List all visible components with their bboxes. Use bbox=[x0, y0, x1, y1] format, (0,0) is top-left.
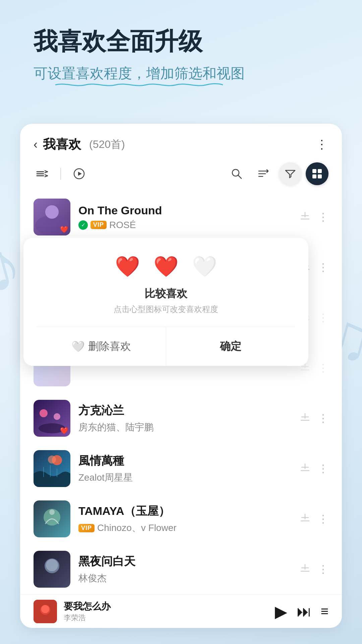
next-button[interactable]: ⏭ bbox=[297, 603, 311, 620]
player-title: 要我怎么办 bbox=[64, 600, 268, 613]
delete-like-button[interactable]: 🤍 删除喜欢 bbox=[37, 327, 166, 366]
song-title: 風情萬種 bbox=[78, 453, 291, 469]
grid-view-button[interactable] bbox=[306, 162, 328, 185]
song-item[interactable]: 黑夜问白天 林俊杰 ⋮ bbox=[20, 544, 342, 594]
wave-underline bbox=[34, 82, 245, 88]
svg-rect-13 bbox=[318, 174, 322, 178]
add-to-next-button[interactable] bbox=[299, 210, 311, 224]
player-controls: ▶ ⏭ ≡ bbox=[275, 602, 328, 621]
song-actions: ⋮ bbox=[299, 461, 328, 476]
header-section: 我喜欢全面升级 可设置喜欢程度，增加筛选和视图 bbox=[0, 0, 362, 97]
heart-badge: ❤️ bbox=[60, 427, 68, 435]
toolbar-divider bbox=[60, 168, 61, 180]
svg-point-28 bbox=[48, 455, 56, 464]
toolbar-left bbox=[34, 165, 225, 182]
more-options-song-button[interactable]: ⋮ bbox=[318, 261, 328, 274]
song-title: On The Ground bbox=[78, 204, 291, 217]
song-cover bbox=[34, 500, 70, 537]
more-options-song-button[interactable]: ⋮ bbox=[318, 211, 328, 223]
song-cover bbox=[34, 450, 70, 487]
player-info: 要我怎么办 李荣浩 bbox=[64, 600, 268, 623]
heart-level-2[interactable]: ❤️ bbox=[154, 255, 179, 278]
more-options-song-button: ⋮ bbox=[318, 362, 328, 374]
more-options-song-button[interactable]: ⋮ bbox=[318, 462, 328, 475]
song-title: 黑夜问白天 bbox=[78, 554, 291, 569]
svg-point-24 bbox=[54, 413, 60, 420]
song-actions: ⋮ bbox=[299, 210, 328, 224]
verified-icon: ✓ bbox=[78, 220, 88, 230]
svg-point-37 bbox=[46, 559, 58, 571]
search-button[interactable] bbox=[225, 162, 248, 185]
toolbar bbox=[20, 160, 342, 192]
song-item[interactable]: TAMAYA（玉屋） VIP Chinozo、v Flower ⋮ bbox=[20, 494, 342, 544]
song-item[interactable]: 風情萬種 Zealot周星星 ⋮ bbox=[20, 443, 342, 494]
back-button[interactable]: ‹ bbox=[34, 138, 38, 152]
vip-badge: VIP bbox=[90, 221, 107, 229]
playlist-button[interactable]: ≡ bbox=[321, 604, 328, 619]
svg-point-40 bbox=[41, 605, 49, 613]
song-artist: Zealot周星星 bbox=[78, 471, 291, 484]
svg-rect-12 bbox=[312, 174, 316, 178]
song-actions: ⋮ bbox=[299, 562, 328, 577]
play-button[interactable]: ▶ bbox=[275, 602, 287, 621]
song-title: 方克沁兰 bbox=[78, 403, 291, 418]
song-cover: ❤️ bbox=[34, 400, 70, 437]
add-to-next-button[interactable] bbox=[299, 411, 311, 426]
add-to-next-button[interactable] bbox=[299, 461, 311, 476]
card-header-left: ‹ 我喜欢 (520首) bbox=[34, 136, 125, 153]
song-item[interactable]: ❤️ On The Ground ✓ VIP ROSÉ ⋮ bbox=[20, 192, 342, 242]
svg-marker-4 bbox=[78, 172, 82, 176]
heart-level-1[interactable]: ❤️ bbox=[115, 255, 140, 278]
player-cover bbox=[34, 600, 57, 623]
svg-point-34 bbox=[49, 509, 55, 515]
card-title: 我喜欢 bbox=[43, 136, 81, 153]
popup-card: ❤️ ❤️ 🤍 比较喜欢 点击心型图标可改变喜欢程度 🤍 删除喜欢 确定 bbox=[23, 238, 308, 366]
confirm-button[interactable]: 确定 bbox=[166, 327, 295, 366]
add-to-next-button[interactable] bbox=[299, 562, 311, 577]
heart-delete-icon: 🤍 bbox=[71, 340, 85, 353]
more-options-song-button: ⋮ bbox=[318, 311, 328, 324]
popup-label: 比较喜欢 bbox=[37, 286, 295, 301]
svg-point-23 bbox=[40, 409, 48, 417]
song-actions: ⋮ bbox=[299, 512, 328, 526]
popup-hint: 点击心型图标可改变喜欢程度 bbox=[37, 304, 295, 315]
more-options-button[interactable]: ⋮ bbox=[316, 138, 328, 152]
song-info: 風情萬種 Zealot周星星 bbox=[78, 453, 291, 484]
heart-badge: ❤️ bbox=[60, 225, 68, 233]
song-title: TAMAYA（玉屋） bbox=[78, 503, 291, 519]
heart-level-3[interactable]: 🤍 bbox=[192, 255, 217, 278]
song-cover bbox=[34, 551, 70, 588]
song-artist: 林俊杰 bbox=[78, 572, 291, 585]
song-artist: ✓ VIP ROSÉ bbox=[78, 220, 291, 230]
more-options-song-button[interactable]: ⋮ bbox=[318, 513, 328, 525]
filter-button[interactable] bbox=[279, 162, 302, 185]
shuffle-button[interactable] bbox=[34, 165, 51, 182]
add-to-next-button[interactable] bbox=[299, 512, 311, 526]
svg-line-6 bbox=[238, 175, 241, 178]
subtitle: 可设置喜欢程度，增加筛选和视图 bbox=[34, 64, 245, 84]
song-cover: ❤️ bbox=[34, 199, 70, 235]
more-options-song-button[interactable]: ⋮ bbox=[318, 412, 328, 425]
song-info: 方克沁兰 房东的猫、陆宇鹏 bbox=[78, 403, 291, 434]
hearts-row: ❤️ ❤️ 🤍 bbox=[37, 255, 295, 278]
toolbar-right bbox=[225, 162, 328, 185]
song-item[interactable]: ❤️ 方克沁兰 房东的猫、陆宇鹏 ⋮ bbox=[20, 393, 342, 443]
player-artist: 李荣浩 bbox=[64, 613, 268, 623]
song-info: TAMAYA（玉屋） VIP Chinozo、v Flower bbox=[78, 503, 291, 534]
card-header: ‹ 我喜欢 (520首) ⋮ bbox=[20, 124, 342, 160]
svg-rect-11 bbox=[318, 169, 322, 173]
heart-level-popup: ❤️ ❤️ 🤍 比较喜欢 点击心型图标可改变喜欢程度 🤍 删除喜欢 确定 bbox=[17, 238, 315, 366]
vip-badge: VIP bbox=[78, 524, 95, 532]
more-options-song-button[interactable]: ⋮ bbox=[318, 563, 328, 576]
song-artist: VIP Chinozo、v Flower bbox=[78, 522, 291, 534]
song-info: On The Ground ✓ VIP ROSÉ bbox=[78, 204, 291, 230]
card-count: (520首) bbox=[89, 137, 125, 152]
popup-actions: 🤍 删除喜欢 确定 bbox=[37, 327, 295, 366]
song-artist: 房东的猫、陆宇鹏 bbox=[78, 421, 291, 434]
sort-button[interactable] bbox=[252, 162, 275, 185]
song-actions: ⋮ bbox=[299, 411, 328, 426]
player-bar: 要我怎么办 李荣浩 ▶ ⏭ ≡ bbox=[20, 594, 342, 628]
main-title: 我喜欢全面升级 bbox=[34, 27, 328, 56]
svg-point-17 bbox=[46, 205, 58, 217]
play-order-button[interactable] bbox=[70, 165, 88, 182]
